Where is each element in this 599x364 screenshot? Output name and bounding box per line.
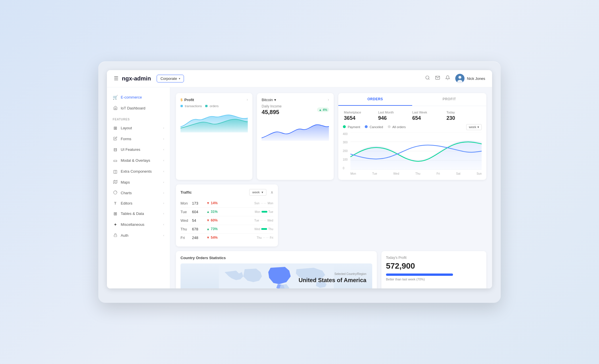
orders-tabs: ORDERS PROFIT <box>338 93 486 106</box>
header-right: Nick Jones <box>425 74 485 83</box>
arrow-icon: ‹ <box>163 202 164 205</box>
shopping-cart-icon: 🛒 <box>113 95 118 100</box>
sidebar-item-auth[interactable]: Auth ‹ <box>107 230 170 241</box>
stat-marketplace: Marketplace 3654 <box>344 111 378 121</box>
profit-card-title: $ Profit <box>181 98 194 102</box>
sidebar-item-editors[interactable]: T Editors ‹ <box>107 198 170 208</box>
sidebar-item-label: E-commerce <box>121 95 164 99</box>
traffic-section: Traffic week ▾ ∧ Mon <box>176 184 278 246</box>
arrow-icon: ‹ <box>163 148 164 151</box>
arrow-icon: ‹ <box>163 223 164 226</box>
stat-today: Today 230 <box>446 111 481 121</box>
sidebar-item-label: Layout <box>121 126 160 130</box>
traffic-title: Traffic <box>181 190 192 194</box>
sidebar-item-iot-dashboard[interactable]: IoT Dashboard <box>107 103 170 114</box>
daily-income-info: Daily Income 45,895 <box>262 104 281 115</box>
all-orders-dot <box>388 125 391 128</box>
table-row: Tue 604 ▲ 31% Mon Tue <box>181 208 273 216</box>
mail-icon[interactable] <box>435 75 440 82</box>
legend-payment: Payment <box>343 125 360 129</box>
sidebar-item-forms[interactable]: Forms ‹ <box>107 134 170 144</box>
table-icon: ⊞ <box>113 211 118 216</box>
orders-line-chart <box>350 132 482 170</box>
theme-selector[interactable]: Corporate ▾ <box>157 75 184 82</box>
traffic-bar: Tue — — Wed <box>224 219 273 222</box>
modal-icon: ▭ <box>113 158 118 163</box>
features-section-label: FEATURES <box>107 114 170 123</box>
avatar <box>455 74 464 83</box>
sidebar-item-miscellaneous[interactable]: ✦ Miscellaneous ‹ <box>107 219 170 230</box>
orders-chart-legend: Payment Canceled All orders <box>343 124 482 130</box>
sidebar-item-label: Maps <box>121 180 160 184</box>
arrow-icon: ‹ <box>163 170 164 173</box>
arrow-icon: ‹ <box>163 137 164 140</box>
chart-area: MonTueWedThuFriSatSun <box>350 132 482 175</box>
user-info[interactable]: Nick Jones <box>455 74 485 83</box>
x-axis: MonTueWedThuFriSatSun <box>350 172 482 175</box>
profit-progress-bar <box>386 274 453 276</box>
sidebar-item-ui-features[interactable]: ⊟ UI Features ‹ <box>107 144 170 155</box>
top-cards-row: $ Profit › transactions <box>176 93 486 180</box>
profit-comparison-text: Better than last week (70%) <box>386 278 482 281</box>
sidebar-item-label: Modal & Overlays <box>121 158 160 163</box>
sidebar-item-e-commerce[interactable]: 🛒 E-commerce <box>107 92 170 103</box>
tab-profit[interactable]: PROFIT <box>412 93 486 106</box>
bitcoin-chart <box>262 118 329 141</box>
orders-stats: Marketplace 3654 Last Month 946 Last Wee… <box>338 106 486 124</box>
traffic-header: Traffic week ▾ ∧ <box>181 189 273 196</box>
tab-orders[interactable]: ORDERS <box>338 93 412 106</box>
payment-dot <box>343 125 346 128</box>
sidebar-item-charts[interactable]: Charts ‹ <box>107 188 170 198</box>
chart-legend: transactions orders <box>181 104 248 108</box>
sidebar-item-tables-data[interactable]: ⊞ Tables & Data ‹ <box>107 208 170 219</box>
svg-point-0 <box>426 76 429 79</box>
expand-icon[interactable]: › <box>328 98 329 102</box>
sidebar-item-label: UI Features <box>121 147 160 152</box>
arrow-icon: ‹ <box>163 159 164 162</box>
bitcoin-selector[interactable]: Bitcoin ▾ <box>262 98 276 102</box>
chevron-down-icon: ▾ <box>477 125 479 129</box>
profit-today-label: Today's Profit <box>386 256 482 260</box>
daily-income-label: Daily Income <box>262 104 281 108</box>
collapse-icon[interactable]: ∧ <box>270 190 273 194</box>
daily-income-value: 45,895 <box>262 109 281 115</box>
search-icon[interactable] <box>425 75 430 82</box>
bottom-row: Country Orders Statistics <box>176 251 486 288</box>
arrow-icon: ‹ <box>163 181 164 184</box>
svg-line-1 <box>429 79 429 80</box>
stat-last-week: Last Week 654 <box>412 111 446 121</box>
grid-icon: ⊟ <box>113 147 118 152</box>
pencil-icon <box>113 136 118 141</box>
content-area: $ Profit › transactions <box>170 87 492 288</box>
bell-icon[interactable] <box>445 75 450 82</box>
layout-icon: ⊞ <box>113 126 118 131</box>
expand-icon[interactable]: › <box>247 98 248 102</box>
logo: ngx-admin <box>122 75 151 82</box>
misc-icon: ✦ <box>113 222 118 227</box>
arrow-icon: ‹ <box>163 234 164 237</box>
daily-income-row: Daily Income 45,895 ▲ 4% <box>262 104 329 115</box>
arrow-icon: ‹ <box>163 191 164 194</box>
chart-filter-week[interactable]: week ▾ <box>466 124 482 130</box>
chevron-down-icon: ▾ <box>262 190 263 194</box>
country-label: Selected Country/Region United States of… <box>299 272 366 283</box>
profit-card: $ Profit › transactions <box>176 93 252 180</box>
y-axis: 400 300 200 100 0 <box>343 132 349 170</box>
sidebar-item-layout[interactable]: ⊞ Layout ‹ <box>107 123 170 134</box>
traffic-bar: Wed Thu <box>224 228 273 231</box>
map-card: Country Orders Statistics <box>176 251 377 288</box>
sidebar-item-maps[interactable]: Maps ‹ <box>107 177 170 188</box>
sidebar-item-modal[interactable]: ▭ Modal & Overlays ‹ <box>107 155 170 166</box>
chevron-down-icon: ▾ <box>179 77 180 80</box>
traffic-filter-week[interactable]: week ▾ <box>249 189 266 196</box>
sidebar: 🛒 E-commerce IoT Dashboard FEATURES ⊞ La… <box>107 87 170 288</box>
table-row: Wed 54 ▼ 60% Tue — — Wed <box>181 216 273 225</box>
orders-chart-container: Payment Canceled All orders <box>338 124 486 180</box>
profit-chart <box>181 109 248 132</box>
svg-point-4 <box>458 76 461 79</box>
sidebar-item-extra-components[interactable]: ◫ Extra Components ‹ <box>107 166 170 177</box>
hamburger-icon[interactable]: ☰ <box>114 75 118 82</box>
theme-label: Corporate <box>160 76 177 81</box>
laptop-shell: ☰ ngx-admin Corporate ▾ <box>98 61 501 303</box>
components-icon: ◫ <box>113 169 118 174</box>
